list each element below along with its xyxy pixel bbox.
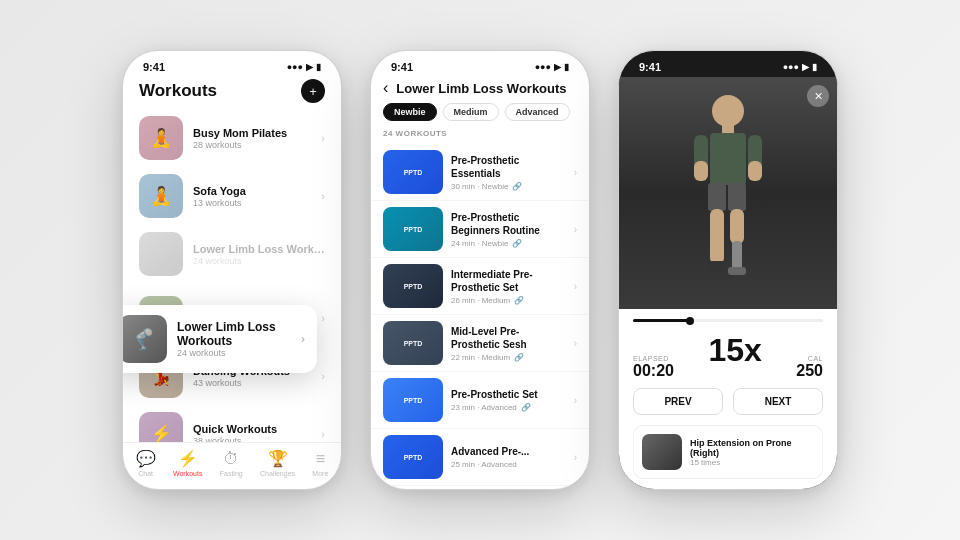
workouts-header: Workouts + [123, 77, 341, 109]
list-item[interactable]: 🧘 Sofa Yoga 13 workouts › [123, 167, 341, 225]
list-item[interactable]: ⚡ Quick Workouts 38 workouts › [123, 405, 341, 442]
workout-info: Quick Workouts 38 workouts [193, 423, 311, 443]
detail-item[interactable]: PPTD Pre-Prosthetic Set 23 min · Advance… [371, 372, 589, 429]
nav-chat[interactable]: 💬 Chat [136, 449, 156, 477]
battery-icon: ▮ [812, 62, 817, 72]
nav-fasting[interactable]: ⏱ Fasting [220, 450, 243, 477]
status-icons-3: ●●● ▶ ▮ [783, 62, 817, 72]
filter-newbie[interactable]: Newbie [383, 103, 437, 121]
chevron-right-icon: › [321, 370, 325, 382]
control-buttons: PREV NEXT [633, 388, 823, 415]
detail-name: Pre-Prosthetic Essentials [451, 154, 566, 180]
progress-bar [633, 319, 823, 322]
svg-rect-8 [728, 183, 746, 211]
elapsed-section: ELAPSED 00:20 [633, 355, 674, 380]
detail-item[interactable]: PPTD Pre-Prosthetic Beginners Routine 24… [371, 201, 589, 258]
svg-rect-9 [710, 209, 724, 264]
workout-name: Lower Limb Loss Workouts [193, 243, 325, 255]
workout-thumb: ⚡ [139, 412, 183, 442]
wifi-icon: ▶ [554, 62, 561, 72]
workout-name: Quick Workouts [193, 423, 311, 435]
progress-fill [633, 319, 690, 322]
phone-workouts-list: 9:41 ●●● ▶ ▮ Workouts + 🧘 Busy Mom Pilat… [122, 50, 342, 490]
detail-item[interactable]: PPTD Intermediate Pre-Prosthetic Set 26 … [371, 258, 589, 315]
detail-name: Pre-Prosthetic Set [451, 388, 566, 401]
detail-header: ‹ Lower Limb Loss Workouts [371, 77, 589, 103]
nav-label-challenges: Challenges [260, 470, 295, 477]
detail-name: Intermediate Pre-Prosthetic Set [451, 268, 566, 294]
detail-thumb: PPTD [383, 207, 443, 251]
person-figure [678, 89, 778, 309]
detail-info: Mid-Level Pre-Prosthetic Sesh 22 min · M… [451, 325, 566, 362]
link-icon: 🔗 [514, 296, 524, 305]
signal-icon: ●●● [783, 62, 799, 72]
workout-count: 24 workouts [193, 256, 325, 266]
bottom-nav: 💬 Chat ⚡ Workouts ⏱ Fasting 🏆 Challenges… [123, 442, 341, 489]
workout-thumb: 🧘 [139, 116, 183, 160]
detail-item[interactable]: PPTD Pre-Prosthetic Essentials 30 min · … [371, 144, 589, 201]
detail-item[interactable]: PPTD Advanced Pre-... 25 min · Advanced … [371, 429, 589, 486]
filter-advanced[interactable]: Advanced [505, 103, 570, 121]
reps-value: 15x [708, 332, 761, 368]
highlight-count: 24 workouts [177, 348, 291, 358]
nav-workouts[interactable]: ⚡ Workouts [173, 449, 202, 477]
scene: 9:41 ●●● ▶ ▮ Workouts + 🧘 Busy Mom Pilat… [0, 0, 960, 540]
detail-info: Pre-Prosthetic Essentials 30 min · Newbi… [451, 154, 566, 191]
progress-dot [686, 317, 694, 325]
more-icon: ≡ [316, 450, 325, 468]
wifi-icon: ▶ [306, 62, 313, 72]
detail-info: Pre-Prosthetic Beginners Routine 24 min … [451, 211, 566, 248]
next-button[interactable]: NEXT [733, 388, 823, 415]
highlight-info: Lower Limb Loss Workouts 24 workouts [177, 320, 291, 358]
nav-label-fasting: Fasting [220, 470, 243, 477]
list-item[interactable]: 🧘 Busy Mom Pilates 28 workouts › [123, 109, 341, 167]
detail-info: Advanced Pre-... 25 min · Advanced [451, 445, 566, 469]
signal-icon: ●●● [535, 62, 551, 72]
thumb-bg: PPTD [383, 264, 443, 308]
close-button[interactable]: ✕ [807, 85, 829, 107]
detail-thumb: PPTD [383, 150, 443, 194]
detail-info: Intermediate Pre-Prosthetic Set 26 min ·… [451, 268, 566, 305]
nav-label-more: More [312, 470, 328, 477]
detail-title: Lower Limb Loss Workouts [396, 81, 566, 96]
detail-item[interactable]: PPTD Mid-Level Pre-Prosthetic Sesh 22 mi… [371, 315, 589, 372]
svg-rect-2 [710, 133, 746, 185]
status-icons-1: ●●● ▶ ▮ [287, 62, 321, 72]
add-workout-button[interactable]: + [301, 79, 325, 103]
detail-name: Pre-Prosthetic Beginners Routine [451, 211, 566, 237]
next-exercise-card: Hip Extension on Prone (Right) 15 times [633, 425, 823, 479]
chevron-right-icon: › [301, 332, 305, 346]
nav-challenges[interactable]: 🏆 Challenges [260, 449, 295, 477]
workouts-icon: ⚡ [178, 449, 198, 468]
status-time-1: 9:41 [143, 61, 165, 73]
detail-thumb: PPTD [383, 321, 443, 365]
detail-name: Mid-Level Pre-Prosthetic Sesh [451, 325, 566, 351]
svg-rect-5 [694, 161, 708, 181]
back-button[interactable]: ‹ [383, 79, 388, 97]
svg-rect-13 [708, 261, 726, 271]
chevron-right-icon: › [321, 132, 325, 144]
workout-name: Sofa Yoga [193, 185, 311, 197]
highlight-name: Lower Limb Loss Workouts [177, 320, 291, 348]
challenges-icon: 🏆 [268, 449, 288, 468]
thumb-bg: PPTD [383, 435, 443, 479]
prev-button[interactable]: PREV [633, 388, 723, 415]
wifi-icon: ▶ [802, 62, 809, 72]
thumb-bg: PPTD [383, 150, 443, 194]
nav-more[interactable]: ≡ More [312, 450, 328, 477]
detail-meta: 23 min · Advanced 🔗 [451, 403, 566, 412]
svg-rect-1 [722, 125, 734, 133]
elapsed-value: 00:20 [633, 362, 674, 380]
status-bar-1: 9:41 ●●● ▶ ▮ [123, 51, 341, 77]
detail-meta: 26 min · Medium 🔗 [451, 296, 566, 305]
workout-detail-list: PPTD Pre-Prosthetic Essentials 30 min · … [371, 144, 589, 489]
filter-medium[interactable]: Medium [443, 103, 499, 121]
elapsed-label: ELAPSED [633, 355, 669, 362]
workouts-title: Workouts [139, 81, 217, 101]
battery-icon: ▮ [564, 62, 569, 72]
svg-rect-12 [728, 267, 746, 275]
list-item-lower-limb[interactable]: Lower Limb Loss Workouts 24 workouts [123, 225, 341, 283]
next-exercise-thumb [642, 434, 682, 470]
workout-name: Busy Mom Pilates [193, 127, 311, 139]
detail-meta: 25 min · Advanced [451, 460, 566, 469]
